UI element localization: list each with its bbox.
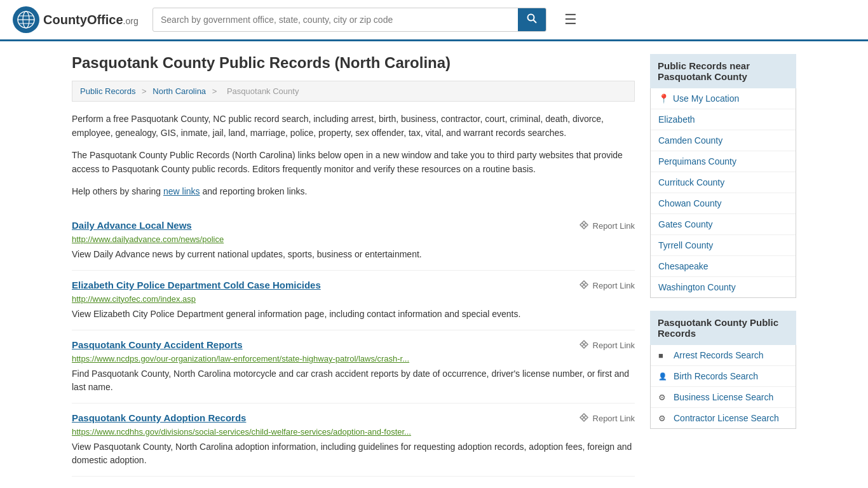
record-desc: Find Pasquotank County, North Carolina m…: [72, 367, 635, 394]
sidebar-item-perquimans[interactable]: Perquimans County: [651, 151, 796, 172]
report-icon: [579, 220, 589, 232]
contractor-license-link[interactable]: Contractor License Search: [674, 413, 779, 423]
record-url[interactable]: http://www.dailyadvance.com/news/police: [72, 234, 635, 244]
logo-area: CountyCountyOfficeOffice.org: [13, 6, 140, 33]
perquimans-link[interactable]: Perquimans County: [658, 156, 736, 166]
record-desc: View Daily Advance news by current natio…: [72, 248, 635, 261]
search-area: [153, 8, 546, 32]
help-text: Help others by sharing new links and rep…: [72, 184, 635, 198]
report-link-button[interactable]: Report Link: [579, 339, 635, 351]
sidebar-item-tyrrell[interactable]: Tyrrell County: [651, 235, 796, 256]
page-title: Pasquotank County Public Records (North …: [72, 54, 635, 72]
sidebar: Public Records near Pasquotank County 📍 …: [650, 54, 796, 477]
breadcrumb: Public Records > North Carolina > Pasquo…: [72, 81, 635, 102]
menu-button[interactable]: ☰: [559, 9, 582, 30]
site-header: CountyCountyOfficeOffice.org ☰: [0, 0, 868, 41]
record-desc: View Pasquotank County, North Carolina a…: [72, 440, 635, 467]
record-entry: Pasquotank County Accident Reports Repor…: [72, 330, 635, 403]
birth-icon: 👤: [658, 372, 668, 381]
record-url[interactable]: https://www.ncdps.gov/our-organization/l…: [72, 354, 635, 363]
record-entry: Daily Advance Local News Report Link htt…: [72, 211, 635, 271]
sidebar-item-chowan[interactable]: Chowan County: [651, 193, 796, 214]
record-url[interactable]: http://www.cityofec.com/index.asp: [72, 294, 635, 304]
sidebar-item-currituck[interactable]: Currituck County: [651, 172, 796, 193]
secondary-text: The Pasquotank County Public Records (No…: [72, 148, 635, 177]
logo-icon: [13, 6, 39, 33]
svg-line-7: [534, 20, 537, 24]
hamburger-icon: ☰: [564, 11, 577, 27]
record-title[interactable]: Pasquotank County Adoption Records: [72, 412, 246, 423]
county-records-header: Pasquotank County Public Records: [650, 311, 796, 345]
new-links-link[interactable]: new links: [163, 186, 200, 196]
breadcrumb-public-records[interactable]: Public Records: [80, 86, 135, 96]
sidebar-contractor-license[interactable]: ⚙ Contractor License Search: [651, 408, 796, 428]
gates-link[interactable]: Gates County: [658, 219, 713, 229]
breadcrumb-north-carolina[interactable]: North Carolina: [153, 86, 206, 96]
report-icon: [579, 412, 589, 424]
search-input[interactable]: [153, 10, 518, 30]
sidebar-business-license[interactable]: ⚙ Business License Search: [651, 387, 796, 408]
chesapeake-link[interactable]: Chesapeake: [658, 261, 709, 271]
breadcrumb-county: Pasquotank County: [227, 86, 299, 96]
sidebar-item-washington[interactable]: Washington County: [651, 277, 796, 297]
record-title[interactable]: Pasquotank County Accident Reports: [72, 339, 243, 350]
sidebar-arrest-records[interactable]: ■ Arrest Records Search: [651, 345, 796, 366]
records-list: Daily Advance Local News Report Link htt…: [72, 211, 635, 477]
intro-text: Perform a free Pasquotank County, NC pub…: [72, 112, 635, 140]
use-my-location-link[interactable]: Use My Location: [673, 93, 739, 104]
record-url[interactable]: https://www.ncdhhs.gov/divisions/social-…: [72, 427, 635, 437]
svg-point-6: [528, 15, 534, 21]
sidebar-item-gates[interactable]: Gates County: [651, 214, 796, 235]
business-icon: ⚙: [658, 393, 668, 402]
location-pin-icon: 📍: [658, 93, 669, 104]
breadcrumb-sep2: >: [212, 86, 219, 96]
record-title[interactable]: Daily Advance Local News: [72, 220, 192, 231]
sidebar-birth-records[interactable]: 👤 Birth Records Search: [651, 366, 796, 387]
arrest-records-link[interactable]: Arrest Records Search: [674, 350, 764, 360]
report-icon: [579, 339, 589, 351]
record-entry: Pasquotank County Adoption Records Repor…: [72, 403, 635, 477]
breadcrumb-sep1: >: [142, 86, 149, 96]
use-my-location-item[interactable]: 📍 Use My Location: [651, 88, 796, 109]
report-link-button[interactable]: Report Link: [579, 280, 635, 292]
report-link-button[interactable]: Report Link: [579, 220, 635, 232]
arrest-icon: ■: [658, 351, 668, 360]
sidebar-item-elizabeth[interactable]: Elizabeth: [651, 109, 796, 130]
record-title[interactable]: Elizabeth City Police Department Cold Ca…: [72, 280, 321, 290]
washington-link[interactable]: Washington County: [658, 282, 736, 292]
nearby-list: 📍 Use My Location Elizabeth Camden Count…: [650, 88, 796, 298]
logo-text: CountyCountyOfficeOffice.org: [43, 13, 139, 27]
birth-records-link[interactable]: Birth Records Search: [674, 371, 758, 381]
nearby-section: Public Records near Pasquotank County 📍 …: [650, 54, 796, 298]
county-records-section: Pasquotank County Public Records ■ Arres…: [650, 311, 796, 429]
report-icon: [579, 280, 589, 292]
search-button[interactable]: [518, 8, 546, 31]
chowan-link[interactable]: Chowan County: [658, 198, 722, 208]
report-link-button[interactable]: Report Link: [579, 412, 635, 424]
tyrrell-link[interactable]: Tyrrell County: [658, 240, 713, 250]
record-desc: View Elizabeth City Police Department ge…: [72, 308, 635, 321]
elizabeth-link[interactable]: Elizabeth: [658, 114, 695, 125]
sidebar-item-chesapeake[interactable]: Chesapeake: [651, 256, 796, 277]
county-records-list: ■ Arrest Records Search 👤 Birth Records …: [650, 345, 796, 429]
business-license-link[interactable]: Business License Search: [674, 392, 773, 402]
contractor-icon: ⚙: [658, 414, 668, 423]
sidebar-item-camden[interactable]: Camden County: [651, 130, 796, 151]
nearby-header: Public Records near Pasquotank County: [650, 54, 796, 88]
record-entry: Elizabeth City Police Department Cold Ca…: [72, 271, 635, 330]
camden-link[interactable]: Camden County: [658, 135, 722, 146]
currituck-link[interactable]: Currituck County: [658, 177, 724, 187]
